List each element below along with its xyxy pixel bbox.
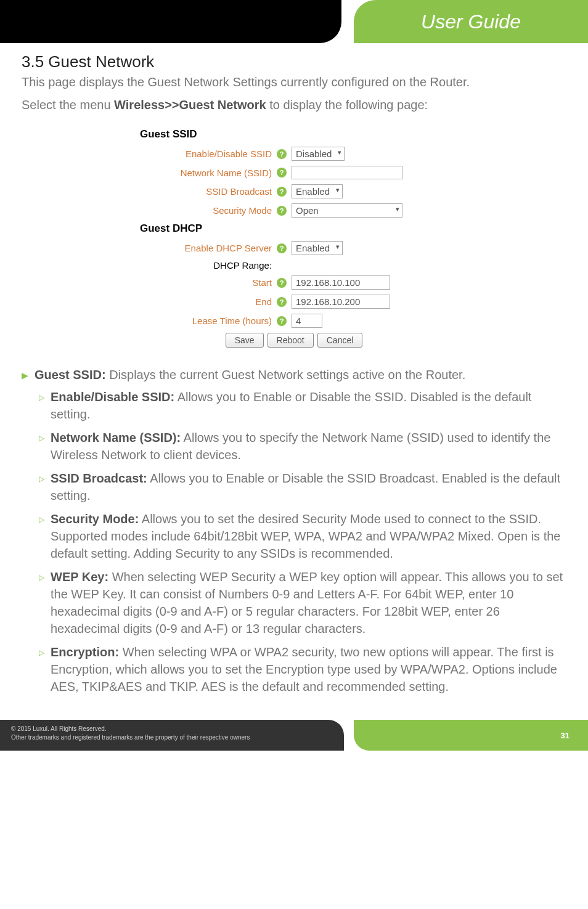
encryption-bullet-text: When selecting WPA or WPA2 security, two… [51, 645, 557, 693]
dhcp-start-input[interactable]: 192.168.10.100 [292, 275, 390, 290]
nav-suffix: to display the following page: [266, 98, 428, 112]
lease-time-row: Lease Time (hours) ? 4 [140, 314, 448, 328]
security-mode-bullet-title: Security Mode: [51, 512, 139, 526]
footer: © 2015 Luxul. All Rights Reserved. Other… [0, 720, 588, 751]
ssid-broadcast-select[interactable]: Enabled [292, 184, 343, 198]
dhcp-end-input[interactable]: 192.168.10.200 [292, 295, 390, 309]
sub-bullet-marker-icon: ▷ [39, 573, 44, 637]
settings-screenshot: Guest SSID Enable/Disable SSID ? Disable… [22, 123, 566, 348]
nav-prefix: Select the menu [22, 98, 114, 112]
nav-instructions: Select the menu Wireless>>Guest Network … [22, 98, 566, 112]
banner-title: User Guide [421, 10, 521, 33]
content-area: 3.5 Guest Network This page displays the… [0, 52, 588, 714]
nav-path: Wireless>>Guest Network [114, 98, 266, 112]
help-icon[interactable]: ? [277, 206, 287, 216]
enable-dhcp-row: Enable DHCP Server ? Enabled [140, 241, 448, 255]
banner-gap [341, 0, 354, 43]
network-name-label: Network Name (SSID) [140, 168, 276, 178]
footer-trademark: Other trademarks and registered trademar… [11, 733, 333, 742]
enable-disable-ssid-row: Enable/Disable SSID ? Disabled [140, 147, 448, 161]
sub-bullet-marker-icon: ▷ [39, 648, 44, 695]
ssid-broadcast-bullet: ▷ SSID Broadcast: Allows you to Enable o… [39, 470, 566, 504]
security-mode-row: Security Mode ? Open [140, 203, 448, 218]
guest-ssid-bullet: ▶ Guest SSID: Displays the current Guest… [22, 366, 566, 383]
bullet-marker-icon: ▶ [22, 370, 28, 383]
page-number: 31 [561, 731, 570, 740]
save-button[interactable]: Save [226, 333, 264, 348]
guest-ssid-bullet-text: Displays the current Guest Network setti… [106, 368, 466, 381]
footer-right: 31 [354, 720, 588, 751]
help-icon[interactable]: ? [277, 278, 287, 288]
guest-ssid-bullet-title: Guest SSID: [35, 368, 106, 381]
enable-dhcp-label: Enable DHCP Server [140, 243, 276, 253]
help-icon[interactable]: ? [277, 149, 287, 159]
sub-bullet-marker-icon: ▷ [39, 393, 44, 423]
wep-key-bullet: ▷ WEP Key: When selecting WEP Security a… [39, 568, 566, 637]
dhcp-range-label: DHCP Range: [140, 260, 276, 271]
security-mode-select[interactable]: Open [292, 203, 402, 218]
sub-bullet-marker-icon: ▷ [39, 433, 44, 463]
ssid-broadcast-bullet-title: SSID Broadcast: [51, 471, 147, 485]
help-icon[interactable]: ? [277, 187, 287, 197]
button-row: Save Reboot Cancel [140, 333, 448, 348]
ssid-broadcast-row: SSID Broadcast ? Enabled [140, 184, 448, 198]
guest-ssid-header: Guest SSID [140, 128, 448, 141]
top-banner: User Guide [0, 0, 588, 43]
enable-disable-ssid-select[interactable]: Disabled [292, 147, 345, 161]
section-heading: 3.5 Guest Network [22, 52, 566, 71]
help-icon[interactable]: ? [277, 297, 287, 307]
security-mode-label: Security Mode [140, 205, 276, 216]
footer-gap [344, 720, 354, 751]
enable-disable-bullet: ▷ Enable/Disable SSID: Allows you to Ena… [39, 388, 566, 423]
dhcp-end-label: End [140, 296, 276, 307]
reboot-button[interactable]: Reboot [267, 333, 314, 348]
dhcp-end-row: End ? 192.168.10.200 [140, 295, 448, 309]
wep-key-bullet-title: WEP Key: [51, 570, 108, 584]
dhcp-start-label: Start [140, 277, 276, 288]
enable-disable-bullet-title: Enable/Disable SSID: [51, 390, 174, 404]
banner-right: User Guide [354, 0, 588, 43]
ssid-broadcast-label: SSID Broadcast [140, 186, 276, 197]
lease-time-label: Lease Time (hours) [140, 316, 276, 326]
dhcp-range-row: DHCP Range: [140, 260, 448, 271]
enable-dhcp-select[interactable]: Enabled [292, 241, 343, 255]
banner-left [0, 0, 341, 43]
help-icon[interactable]: ? [277, 168, 287, 177]
wep-key-bullet-text: When selecting WEP Security a WEP key op… [51, 570, 563, 635]
bullet-section: ▶ Guest SSID: Displays the current Guest… [22, 366, 566, 695]
sub-bullet-marker-icon: ▷ [39, 515, 44, 562]
security-mode-bullet: ▷ Security Mode: Allows you to set the d… [39, 510, 566, 562]
dhcp-start-row: Start ? 192.168.10.100 [140, 275, 448, 290]
guest-dhcp-header: Guest DHCP [140, 222, 448, 235]
encryption-bullet-title: Encryption: [51, 645, 119, 659]
lease-time-input[interactable]: 4 [292, 314, 322, 328]
network-name-bullet: ▷ Network Name (SSID): Allows you to spe… [39, 429, 566, 463]
network-name-input[interactable] [292, 166, 402, 179]
network-name-bullet-title: Network Name (SSID): [51, 431, 181, 444]
footer-left: © 2015 Luxul. All Rights Reserved. Other… [0, 720, 344, 751]
footer-copyright: © 2015 Luxul. All Rights Reserved. [11, 725, 333, 733]
network-name-row: Network Name (SSID) ? [140, 166, 448, 179]
sub-bullet-marker-icon: ▷ [39, 474, 44, 504]
encryption-bullet: ▷ Encryption: When selecting WPA or WPA2… [39, 643, 566, 695]
help-icon[interactable]: ? [277, 243, 287, 253]
help-icon[interactable]: ? [277, 316, 287, 326]
enable-disable-ssid-label: Enable/Disable SSID [140, 149, 276, 159]
section-intro: This page displays the Guest Network Set… [22, 75, 566, 89]
cancel-button[interactable]: Cancel [317, 333, 363, 348]
